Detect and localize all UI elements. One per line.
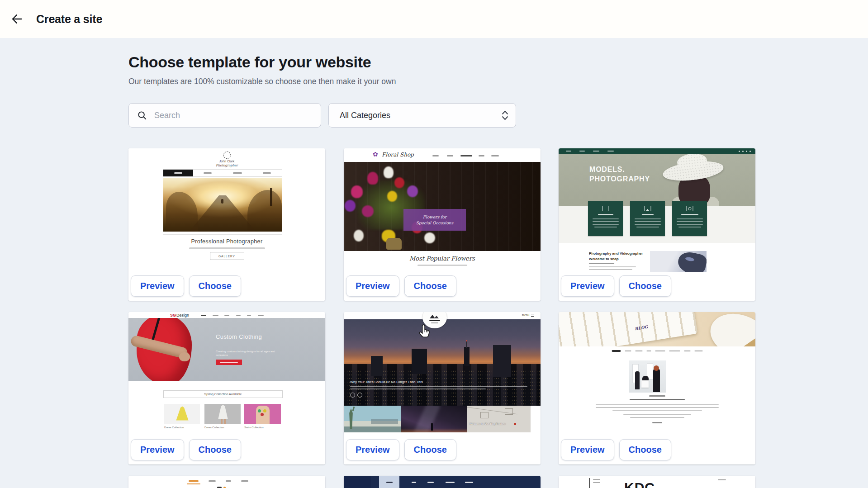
read-link-placeholder (652, 422, 662, 423)
section-subheading: Our templates are 100% customizable so c… (128, 77, 396, 86)
menu-label: Menu (522, 313, 529, 317)
tulip-hero-image: Flowers for Special Occasions (344, 162, 541, 251)
thumb-statue-liberty (344, 406, 401, 432)
mini-logo-name: John Clark (128, 160, 325, 163)
tower (371, 356, 383, 376)
torch-arm-shape (352, 407, 355, 411)
preview-button[interactable]: Preview (346, 439, 399, 460)
template-card-cityblog: Menu Why Your Titles Should Be No Longer… (344, 312, 541, 464)
divider-line (589, 478, 590, 488)
bikini-dot (263, 409, 266, 412)
tile-text-placeholder (635, 218, 661, 219)
template-preview-clothing[interactable]: SG Design Custom Clothing Creating custo… (128, 312, 325, 436)
thumb-caption: Dress Collection (204, 426, 224, 429)
choose-button[interactable]: Choose (619, 275, 671, 297)
mini-menu: Menu (522, 313, 534, 317)
hero-title: Why Your Titles Should Be No Longer Than… (350, 380, 423, 384)
subtitle-placeholder (417, 265, 467, 266)
text-placeholder (623, 414, 691, 415)
template-preview-keyboardblog[interactable]: BLOG (559, 312, 755, 436)
spire-building (464, 347, 470, 366)
yellow-dress-shape (173, 406, 191, 422)
category-select[interactable]: All Categories (328, 103, 516, 128)
tile-text-placeholder (636, 227, 659, 227)
divider (163, 234, 282, 235)
city-skyline-hero-image: Why Your Titles Should Be No Longer Than… (344, 319, 541, 406)
preview-button[interactable]: Preview (346, 275, 399, 297)
text-placeholder (350, 386, 527, 387)
template-preview-cityblog[interactable]: Menu Why Your Titles Should Be No Longer… (344, 312, 541, 436)
hero-heading-line-1: MODELS. (589, 165, 650, 174)
aperture-logo-icon (223, 152, 231, 159)
mountain-logo-icon (434, 316, 439, 318)
search-input[interactable] (153, 110, 321, 121)
choose-button[interactable]: Choose (619, 439, 671, 460)
template-card-clothing: SG Design Custom Clothing Creating custo… (128, 312, 325, 464)
template-preview-models[interactable]: MODELS. PHOTOGRAPHY (559, 148, 755, 272)
template-card-keyboardblog: BLOG (559, 312, 755, 464)
mini-brand-accent: SG (170, 313, 176, 317)
nav-label-placeholder (635, 351, 642, 352)
nav-label-placeholder (447, 155, 453, 156)
choose-button[interactable]: Choose (404, 439, 456, 460)
hamburger-icon (531, 314, 534, 317)
nav-label-placeholder (432, 155, 439, 156)
tile-text-placeholder (635, 221, 661, 222)
field-brush-right (247, 190, 282, 232)
back-button[interactable] (8, 11, 24, 27)
preview-button[interactable]: Preview (561, 275, 614, 297)
template-preview-partial-kdc[interactable]: KDC (559, 476, 755, 488)
template-preview-partial-tabs[interactable] (128, 476, 325, 488)
thumb-ski-lift-sketch: Welcome to Our Blog Feature (467, 406, 531, 432)
search-icon (137, 110, 147, 120)
tulip-magenta (367, 172, 378, 185)
nav-label-placeholder (236, 315, 241, 316)
card-actions: Preview Choose (128, 436, 325, 464)
tab-label-placeholder (241, 480, 248, 482)
nav-label-placeholder (479, 155, 484, 156)
text-placeholder (589, 266, 636, 267)
tab-label-placeholder (226, 480, 231, 482)
tulip-yellow (387, 191, 397, 202)
thumb-caption: Dress Collection (164, 426, 184, 429)
choose-button[interactable]: Choose (189, 275, 241, 297)
clothing-hero-image: Custom Clothing Creating custom clothing… (128, 318, 325, 381)
preview-button[interactable]: Preview (131, 275, 184, 297)
template-preview-photographer[interactable]: John Clark Photographer Professional Pho… (128, 148, 325, 272)
page-title: Create a site (36, 13, 102, 26)
caption-placeholder (649, 395, 665, 397)
white-dress-shape (216, 405, 230, 419)
nav-label-placeholder (412, 482, 416, 483)
section-heading: Choose template for your website (128, 53, 371, 71)
nav-label-placeholder (694, 351, 702, 352)
template-card-floral: ✿ Floral Shop (344, 148, 541, 301)
template-preview-floral[interactable]: ✿ Floral Shop (344, 148, 541, 272)
person-figure (635, 371, 640, 389)
tulip-white (384, 166, 394, 178)
tile-text-placeholder (594, 227, 617, 227)
nav-label-placeholder (607, 151, 614, 152)
text-placeholder (593, 479, 600, 480)
hero-cta-button (216, 360, 242, 365)
mini-logo-role: Photographer (128, 164, 325, 167)
person-figure (653, 369, 660, 392)
tulip-red (394, 177, 404, 188)
preview-button[interactable]: Preview (131, 439, 184, 460)
leg-shape (221, 419, 223, 424)
tile-title-placeholder (642, 214, 654, 215)
tile-text-placeholder (593, 218, 619, 219)
salon-chair (641, 380, 649, 388)
tile-text-placeholder (593, 221, 619, 222)
bikini-dot (261, 413, 264, 416)
horizon-glow (401, 428, 467, 432)
tile-text-placeholder (677, 221, 703, 222)
template-preview-partial-navy[interactable] (344, 476, 541, 488)
card-actions: Preview Choose (128, 272, 325, 301)
skyline-strip (371, 419, 398, 424)
preview-button[interactable]: Preview (561, 439, 614, 460)
models-hero-image: MODELS. PHOTOGRAPHY (559, 154, 755, 206)
mini-nav-item (193, 170, 223, 176)
text-placeholder (630, 417, 684, 418)
choose-button[interactable]: Choose (189, 439, 241, 460)
choose-button[interactable]: Choose (404, 275, 456, 297)
